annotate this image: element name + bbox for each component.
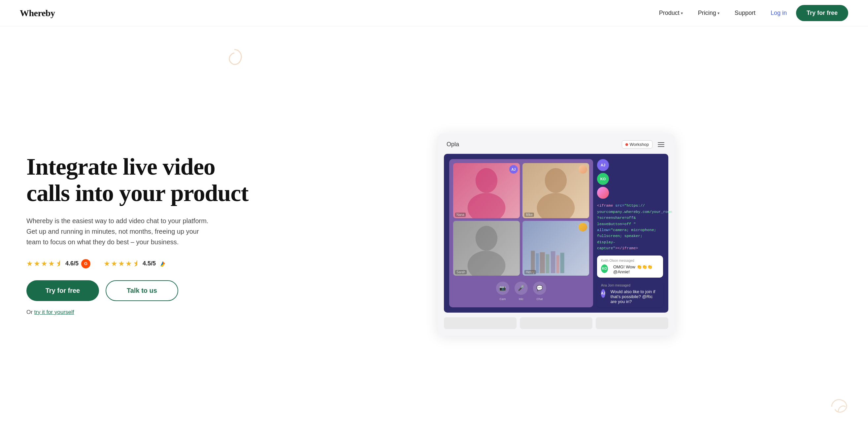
video-tile-henry: Henry <box>522 221 589 276</box>
self-try-text: Or try it for yourself <box>26 309 251 316</box>
svg-rect-7 <box>531 250 535 273</box>
star-1: ★ <box>104 260 110 268</box>
chat-avatar-aj: AJ <box>601 289 605 298</box>
video-controls: 📷 Cam 🎤 Mic 💬 <box>453 279 589 303</box>
svg-rect-12 <box>556 255 559 273</box>
svg-point-6 <box>468 250 506 275</box>
chat-avatar-ko: KO <box>601 264 608 273</box>
nav-product[interactable]: Product ▾ <box>653 7 689 19</box>
chat-sender-1: Keith Olson messaged <box>601 259 659 262</box>
capterra-rating: ★ ★ ★ ★ ⯨ 4.5/5 <box>104 259 168 268</box>
app-bottom-bar <box>444 317 668 329</box>
chat-button[interactable]: 💬 <box>533 282 546 295</box>
svg-point-5 <box>475 226 497 250</box>
chat-text-1: OMG! Wow 👏👏👏 @Annie! <box>613 264 659 274</box>
avatar-list: AJ KO <box>597 159 663 199</box>
code-snippet: <iframe src="https://yourcompany.whereby… <box>597 203 663 251</box>
hero-right: Opla Workshop <box>251 134 848 335</box>
nav-try-free-button[interactable]: Try for free <box>796 5 848 21</box>
g2-stars: ★ ★ ★ ★ ⯨ <box>26 260 63 268</box>
svg-point-4 <box>537 193 575 218</box>
decorative-swirl-top <box>224 46 244 72</box>
chat-message-1: Keith Olson messaged KO OMG! Wow 👏👏👏 @An… <box>597 256 663 277</box>
capterra-logo <box>158 259 168 268</box>
avatar-henry-img <box>579 223 587 231</box>
star-half: ⯨ <box>133 260 140 268</box>
chat-message-2: Ana Jorn messaged AJ Would also like to … <box>597 280 663 307</box>
hero-description: Whereby is the easiest way to add video … <box>26 215 211 247</box>
video-tile-mike: Mike <box>522 163 589 218</box>
hero-buttons: Try for free Talk to us <box>26 280 251 301</box>
app-inner: AJ Nana Mike <box>444 154 668 312</box>
bottom-bar-item-1 <box>444 317 517 329</box>
svg-point-1 <box>475 168 497 193</box>
g2-logo: G <box>81 259 90 268</box>
nav-links: Product ▾ Pricing ▾ Support Log in Try f… <box>653 5 848 21</box>
star-1: ★ <box>26 260 33 268</box>
video-grid: AJ Nana Mike <box>453 163 589 275</box>
workshop-badge: Workshop <box>622 140 652 149</box>
navbar: Whereby Product ▾ Pricing ▾ Support Log … <box>0 0 868 26</box>
video-tile-nana: AJ Nana <box>453 163 520 218</box>
capterra-score: 4.5/5 <box>143 260 156 267</box>
star-3: ★ <box>118 260 125 268</box>
star-4: ★ <box>125 260 132 268</box>
app-right-panel: AJ KO <iframe src="https://yourcompany.w… <box>597 159 663 307</box>
menu-icon[interactable] <box>656 141 666 148</box>
app-mockup: Opla Workshop <box>437 134 675 335</box>
logo: Whereby <box>20 8 55 19</box>
hero-section: Integrate live video calls into your pro… <box>0 26 868 443</box>
g2-score: 4.6/5 <box>65 260 79 267</box>
video-section: AJ Nana Mike <box>449 159 593 307</box>
nav-pricing[interactable]: Pricing ▾ <box>692 7 725 19</box>
chevron-down-icon: ▾ <box>681 11 683 16</box>
capterra-stars: ★ ★ ★ ★ ⯨ <box>104 260 140 268</box>
g2-rating: ★ ★ ★ ★ ⯨ 4.6/5 G <box>26 259 90 268</box>
star-2: ★ <box>111 260 118 268</box>
svg-point-2 <box>468 193 506 218</box>
svg-point-3 <box>545 168 567 193</box>
av-aj: AJ <box>597 159 609 171</box>
chevron-down-icon: ▾ <box>717 11 719 16</box>
ratings-section: ★ ★ ★ ★ ⯨ 4.6/5 G ★ ★ ★ ★ ⯨ 4.5/5 <box>26 259 251 268</box>
bottom-bar-item-2 <box>520 317 592 329</box>
try-free-button[interactable]: Try for free <box>26 280 99 301</box>
star-2: ★ <box>34 260 40 268</box>
cam-button[interactable]: 📷 <box>496 282 509 295</box>
nav-support[interactable]: Support <box>729 7 762 19</box>
star-3: ★ <box>41 260 48 268</box>
chat-section: Keith Olson messaged KO OMG! Wow 👏👏👏 @An… <box>597 256 663 307</box>
svg-rect-9 <box>540 252 545 273</box>
hero-headline: Integrate live video calls into your pro… <box>26 154 251 206</box>
login-button[interactable]: Log in <box>765 7 793 19</box>
decorative-swirl-bottom <box>828 397 855 417</box>
av-ko: KO <box>597 173 609 185</box>
chat-sender-2: Ana Jorn messaged <box>601 284 659 287</box>
star-4: ★ <box>48 260 55 268</box>
self-try-link[interactable]: try it for yourself <box>34 309 74 315</box>
av-img <box>597 187 609 199</box>
live-indicator <box>625 143 628 146</box>
app-topbar: Opla Workshop <box>444 140 668 154</box>
svg-rect-11 <box>551 251 555 273</box>
video-tile-sarah: Sarah <box>453 221 520 276</box>
svg-rect-8 <box>536 253 539 273</box>
mic-button[interactable]: 🎤 <box>515 282 528 295</box>
bottom-bar-item-3 <box>596 317 668 329</box>
hero-left: Integrate live video calls into your pro… <box>26 154 251 315</box>
app-topbar-right: Workshop <box>622 140 666 149</box>
app-title: Opla <box>446 141 459 148</box>
svg-rect-13 <box>560 253 564 273</box>
chat-text-2: Would also like to join if that's possib… <box>611 289 659 304</box>
talk-to-us-button[interactable]: Talk to us <box>105 280 178 301</box>
star-half: ⯨ <box>56 260 63 268</box>
svg-rect-10 <box>546 254 550 273</box>
